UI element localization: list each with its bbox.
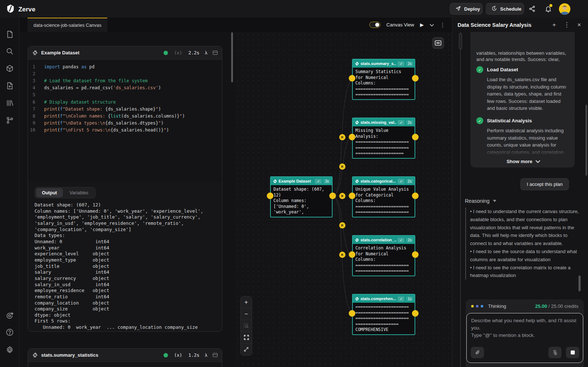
canvas-node-categorical[interactable]: stats.categorical...✓2sUnique Value Anal… xyxy=(352,176,415,217)
lambda-icon[interactable]: λ xyxy=(205,352,208,358)
zoom-in-button[interactable]: + xyxy=(241,296,252,308)
code-line[interactable]: 2 xyxy=(28,70,222,77)
lambda-icon[interactable]: λ xyxy=(205,50,208,55)
canvas-graph[interactable]: + − Example Dataset✓3sDataset shape: (60… xyxy=(235,32,452,367)
canvas-node-missing[interactable]: stats.missing_val...✓2sMissing Value Ana… xyxy=(352,118,415,159)
code-line[interactable]: 6# Display dataset structure xyxy=(28,98,222,105)
assistant-thread: variables, relationships between variabl… xyxy=(452,32,588,367)
tab-variables[interactable]: Variables xyxy=(64,188,94,197)
new-chat-plus-icon[interactable]: + xyxy=(551,21,558,29)
fit-view-button[interactable] xyxy=(241,332,252,343)
code-line[interactable]: 1import pandas as pd xyxy=(28,63,222,70)
schedule-icon xyxy=(491,6,497,12)
minimap-toggle-button[interactable] xyxy=(432,37,444,49)
code-editor[interactable]: 1import pandas as pd23# Load the dataset… xyxy=(28,60,222,182)
fx-variables-icon[interactable]: (x) xyxy=(174,353,182,358)
deploy-button[interactable]: Deploy xyxy=(450,3,483,15)
git-branch-icon[interactable] xyxy=(6,116,14,125)
canvas-view-toggle[interactable] xyxy=(369,22,380,28)
code-line[interactable]: 8print(f"\nColumn names: {list(ds_salari… xyxy=(28,112,222,119)
code-line[interactable]: 4ds_salaries = pd.read_csv('ds_salaries.… xyxy=(28,84,222,91)
stop-button[interactable] xyxy=(566,347,579,358)
disconnect-edge-button[interactable]: ✕ xyxy=(339,252,345,258)
chat-textarea[interactable] xyxy=(471,317,578,343)
run-canvas-button[interactable]: ▶ xyxy=(420,22,424,28)
code-line[interactable]: 10print(f"\nFirst 5 rows:\n{ds_salaries.… xyxy=(28,127,222,134)
reasoning-toggle[interactable]: Reasoning xyxy=(465,198,496,204)
fx-variables-icon[interactable]: (x) xyxy=(174,50,182,55)
user-avatar[interactable] xyxy=(559,3,570,15)
help-icon[interactable] xyxy=(6,328,14,337)
brand-name: Zerve xyxy=(18,6,35,13)
node-port-right[interactable] xyxy=(412,193,419,199)
node-port-right[interactable] xyxy=(329,193,336,199)
schedule-button[interactable]: Schedule xyxy=(486,3,524,15)
accept-plan-button[interactable]: I accept this plan xyxy=(520,178,569,190)
notifications-bell-icon[interactable] xyxy=(544,4,553,13)
code-block-header[interactable]: stats.summary_statistics (x) 1.2s λ xyxy=(28,349,222,362)
settings-gear-icon[interactable] xyxy=(6,346,14,354)
chat-input-box[interactable] xyxy=(466,313,583,363)
node-title: stats.comprehen... xyxy=(361,296,396,301)
caret-down-icon xyxy=(493,200,496,202)
node-port-left[interactable] xyxy=(349,134,355,140)
library-icon[interactable] xyxy=(6,99,14,107)
node-port-left[interactable] xyxy=(349,193,355,199)
canvas-menu-kebab-icon[interactable]: ⋮ xyxy=(440,22,445,28)
search-icon[interactable] xyxy=(6,47,14,55)
node-port-right[interactable] xyxy=(412,75,419,82)
node-port-left[interactable] xyxy=(349,310,355,317)
run-status-dot xyxy=(164,353,168,357)
node-port-right[interactable] xyxy=(412,251,419,258)
canvas-node-summary[interactable]: stats.summary_s...✓2sSummary Statistics … xyxy=(352,59,415,100)
reasoning-scroll-thumb[interactable] xyxy=(578,276,581,291)
expand-canvas-button[interactable] xyxy=(241,343,252,355)
updates-sparkle-icon[interactable] xyxy=(6,312,14,320)
mic-muted-button[interactable] xyxy=(548,347,562,358)
node-port-left[interactable] xyxy=(349,251,355,258)
show-more-button[interactable]: Show more xyxy=(476,159,569,164)
canvas-node-example[interactable]: Example Dataset✓3sDataset shape: (607, 1… xyxy=(270,176,333,217)
node-success-check-icon: ✓ xyxy=(398,120,404,125)
zoom-to-selection-button[interactable] xyxy=(241,320,252,332)
canvas-node-comprehensive[interactable]: stats.comprehen...✓1s===================… xyxy=(352,294,415,335)
node-header[interactable]: stats.summary_s...✓2s xyxy=(353,60,415,68)
canvas-node-correlation[interactable]: stats.correlation_...✓2sCorrelation Anal… xyxy=(352,235,415,276)
file-import-icon[interactable] xyxy=(6,82,14,90)
code-block-header[interactable]: Example Dataset (x) 2.2s λ xyxy=(28,46,222,60)
disconnect-edge-button[interactable]: ✕ xyxy=(339,222,345,229)
node-header[interactable]: stats.missing_val...✓2s xyxy=(353,118,415,126)
canvas-tab[interactable]: data-science-job-salaries Canvas xyxy=(28,18,107,32)
attach-file-button[interactable] xyxy=(471,347,484,358)
node-header[interactable]: Example Dataset✓3s xyxy=(271,177,332,185)
tab-output[interactable]: Output xyxy=(36,188,63,197)
code-line[interactable]: 9print(f"\nData types:\n{ds_salaries.dty… xyxy=(28,120,222,127)
node-port-left[interactable] xyxy=(267,193,273,199)
code-line[interactable]: 5 xyxy=(28,91,222,98)
node-port-left[interactable] xyxy=(349,75,355,82)
split-view-icon[interactable] xyxy=(213,51,218,55)
assistant-menu-kebab-icon[interactable]: ⋮ xyxy=(563,21,570,29)
plan-card-load-dataset: ✓ Load Dataset Load the ds_salaries.csv … xyxy=(470,61,575,117)
node-header[interactable]: stats.comprehen...✓1s xyxy=(353,295,415,303)
chevron-down-icon[interactable] xyxy=(430,22,434,28)
packages-icon[interactable] xyxy=(6,64,14,73)
thread-scroll-thumb[interactable] xyxy=(459,33,462,49)
node-port-right[interactable] xyxy=(412,134,419,140)
close-panel-icon[interactable]: × xyxy=(576,21,583,29)
node-title: stats.summary_s... xyxy=(361,61,396,66)
editor-scrollbar[interactable] xyxy=(231,32,233,82)
code-line[interactable]: 7print(f"Dataset shape: {ds_salaries.sha… xyxy=(28,105,222,112)
node-header[interactable]: stats.correlation_...✓2s xyxy=(353,236,415,244)
share-icon[interactable] xyxy=(528,4,537,13)
disconnect-edge-button[interactable]: ✕ xyxy=(339,134,345,140)
node-header[interactable]: stats.categorical...✓2s xyxy=(353,177,415,185)
disconnect-edge-button[interactable]: ✕ xyxy=(339,163,345,170)
split-view-icon[interactable] xyxy=(213,353,218,357)
code-line[interactable]: 3# Load the dataset from the file system xyxy=(28,77,222,84)
zoom-out-button[interactable]: − xyxy=(241,308,252,320)
files-icon[interactable] xyxy=(6,30,14,39)
assistant-scroll-thumb[interactable] xyxy=(585,105,587,176)
node-port-right[interactable] xyxy=(412,310,419,317)
disconnect-edge-button[interactable]: ✕ xyxy=(339,193,345,199)
